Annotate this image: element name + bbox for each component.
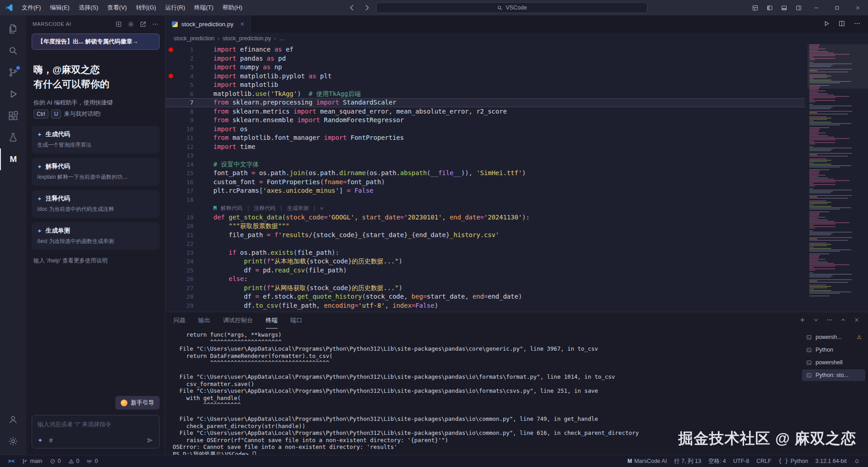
maximize-button[interactable] — [826, 0, 847, 15]
activity-testing[interactable] — [0, 127, 26, 148]
code-line[interactable]: 22 — [165, 239, 805, 248]
run-button[interactable] — [823, 20, 830, 29]
code-area[interactable]: 1import efinance as ef2import pandas as … — [165, 44, 805, 312]
menu-item[interactable]: 帮助(H) — [218, 0, 247, 15]
code-line[interactable]: 15font_path = os.path.join(os.path.dirna… — [165, 169, 805, 178]
menu-item[interactable]: 编辑(E) — [46, 0, 74, 15]
status-item[interactable]: 行 7, 列 13 — [670, 455, 705, 467]
breakpoint-margin[interactable] — [165, 48, 176, 52]
new-chat-icon[interactable] — [115, 21, 122, 28]
status-item[interactable]: CRLF — [753, 455, 775, 467]
gutter[interactable]: 26 — [165, 275, 203, 284]
status-item[interactable]: UTF-8 — [730, 455, 753, 467]
hint-action[interactable]: 注释代码 — [254, 204, 275, 213]
gutter[interactable]: 18 — [165, 195, 203, 205]
settings-gear-icon[interactable] — [127, 21, 134, 28]
suggestion-card[interactable]: ✦注释代码/doc 为当前选中的代码生成注释 — [32, 190, 160, 218]
activity-settings[interactable] — [0, 430, 26, 452]
breakpoint-icon[interactable] — [169, 74, 173, 78]
gutter[interactable]: 17 — [165, 186, 203, 195]
code-line[interactable]: 25 df = pd.read_csv(file_path) — [165, 266, 805, 275]
forward-icon[interactable] — [362, 3, 372, 13]
code-line[interactable]: 11from matplotlib.font_manager import Fo… — [165, 133, 805, 143]
minimap[interactable] — [809, 44, 864, 312]
toggle-sidebar-button[interactable] — [762, 0, 777, 15]
gutter[interactable]: 22 — [165, 239, 203, 248]
gutter[interactable]: 27 — [165, 284, 203, 293]
back-icon[interactable] — [347, 3, 357, 13]
hint-close-icon[interactable]: ✕ — [320, 204, 323, 213]
gutter[interactable]: 21 — [165, 231, 203, 240]
code-line[interactable]: 7from sklearn.preprocessing import Stand… — [165, 98, 805, 107]
command-center-search[interactable]: VSCode — [376, 2, 647, 13]
panel-tab-输出[interactable]: 输出 — [198, 312, 211, 329]
activity-search[interactable] — [0, 40, 26, 62]
gutter[interactable]: 5 — [165, 81, 203, 90]
menu-item[interactable]: 转到(G) — [132, 0, 161, 15]
customize-layout-button[interactable] — [748, 0, 762, 15]
sparkle-icon[interactable]: ✦ — [38, 437, 43, 444]
status-item[interactable]: 0 — [83, 455, 101, 467]
gutter[interactable]: 11 — [165, 133, 203, 143]
code-line[interactable]: 3import numpy as np — [165, 63, 805, 72]
activity-extensions[interactable] — [0, 105, 26, 127]
code-line[interactable]: 23 if os.path.exists(file_path): — [165, 248, 805, 257]
gutter[interactable]: 3 — [165, 63, 203, 72]
gutter[interactable]: 2 — [165, 54, 203, 63]
onboarding-button[interactable]: 新手引导 — [115, 396, 160, 410]
minimap-viewport[interactable] — [807, 44, 868, 89]
breakpoint-margin[interactable] — [165, 74, 176, 78]
promo-banner[interactable]: 【年度报告】出... 解锁专属代码徽章→ — [32, 33, 160, 50]
terminal-session[interactable]: powersh...⚠ — [802, 331, 865, 343]
status-item[interactable] — [850, 455, 863, 467]
status-item[interactable]: MMarsCode AI — [624, 455, 670, 467]
suggestion-card[interactable]: ✦解释代码/explain 解释一下当前选中函数的功… — [32, 158, 160, 186]
code-line[interactable]: 14# 设置中文字体 — [165, 160, 805, 169]
code-line[interactable]: 13 — [165, 151, 805, 160]
activity-marscode[interactable]: M — [0, 148, 26, 170]
tab-close-icon[interactable] — [239, 21, 245, 27]
gutter[interactable]: 13 — [165, 151, 203, 160]
status-item[interactable]: 空格: 4 — [705, 455, 730, 467]
code-line[interactable]: 18 — [165, 195, 805, 205]
menu-item[interactable]: 文件(F) — [17, 0, 46, 15]
close-button[interactable] — [854, 317, 860, 324]
gutter[interactable]: 24 — [165, 257, 203, 266]
chevron-down-button[interactable] — [813, 317, 819, 324]
hash-icon[interactable]: # — [49, 437, 53, 444]
code-line[interactable]: 2import pandas as pd — [165, 54, 805, 63]
code-line[interactable]: 29 df.to_csv(file_path, encoding='utf-8'… — [165, 301, 805, 310]
code-line[interactable]: 12import time — [165, 143, 805, 152]
code-line[interactable]: 6matplotlib.use('TkAgg') # 使用TkAgg后端 — [165, 90, 805, 99]
terminal-session[interactable]: powershell — [802, 357, 865, 368]
toggle-secondary-sidebar-button[interactable] — [791, 0, 806, 15]
more-button[interactable] — [826, 317, 833, 324]
status-item[interactable]: 3.12.1 64-bit — [812, 455, 851, 467]
suggestion-card[interactable]: ✦生成代码生成一个冒泡排序算法 — [32, 126, 160, 153]
gutter[interactable]: 6 — [165, 90, 203, 99]
menu-item[interactable]: 查看(V) — [103, 0, 131, 15]
breadcrumb-item[interactable]: stock_prediction.py — [223, 35, 271, 42]
code-editor[interactable]: 1import efinance as ef2import pandas as … — [165, 44, 868, 312]
code-line[interactable]: 16custom_font = FontProperties(fname=fon… — [165, 178, 805, 187]
code-line[interactable]: 10import os — [165, 125, 805, 134]
gutter[interactable]: 9 — [165, 116, 203, 125]
plus-button[interactable] — [799, 317, 806, 324]
gutter[interactable]: 4 — [165, 72, 203, 81]
code-line[interactable]: 4import matplotlib.pyplot as plt — [165, 72, 805, 81]
status-item[interactable]: 0 — [46, 455, 65, 467]
code-line[interactable]: 8from sklearn.metrics import mean_square… — [165, 107, 805, 116]
more-button[interactable] — [854, 20, 861, 29]
gutter[interactable]: 25 — [165, 266, 203, 275]
toggle-panel-button[interactable] — [777, 0, 791, 15]
code-line[interactable]: 20 """获取股票数据""" — [165, 222, 805, 231]
split-editor-button[interactable] — [838, 20, 845, 29]
ai-inline-hint[interactable]: M解释代码|注释代码|生成单测|✕ — [165, 204, 805, 213]
code-line[interactable]: 26 else: — [165, 275, 805, 284]
code-line[interactable]: 1import efinance as ef — [165, 45, 805, 54]
breadcrumb-item[interactable]: ... — [279, 35, 284, 42]
menu-item[interactable]: 运行(R) — [160, 0, 189, 15]
status-item[interactable]: main — [18, 455, 46, 467]
status-item[interactable]: { }Python — [775, 455, 812, 467]
minimize-button[interactable] — [806, 0, 826, 15]
